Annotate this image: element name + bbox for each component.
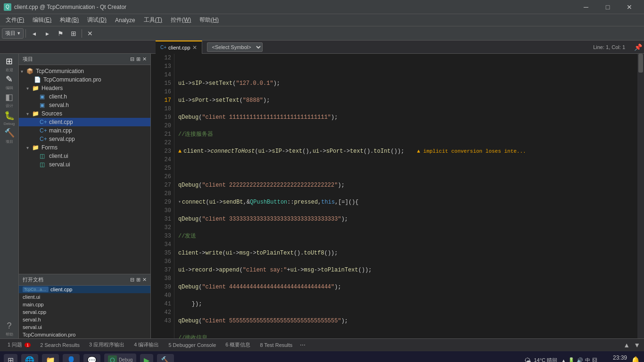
open-doc-serval-h[interactable]: serval.h	[19, 316, 150, 323]
tab-bar: C+ client.cpp ✕ <Select Symbol> Line: 1,…	[0, 41, 644, 54]
open-doc-serval-cpp[interactable]: serval.cpp	[19, 308, 150, 316]
line-num: 34	[154, 240, 171, 249]
tree-item-sources[interactable]: ▾ 📁 Sources	[19, 109, 150, 118]
tree-item-client-ui[interactable]: ◫ client.ui	[19, 152, 150, 160]
close-panel-icon[interactable]: ✕	[142, 56, 147, 62]
menu-analyze[interactable]: Analyze	[111, 16, 139, 25]
right-margin[interactable]	[637, 54, 644, 338]
menu-file[interactable]: 文件(F)	[2, 15, 28, 25]
project-panel-title: 项目	[23, 56, 33, 63]
tree-item-pro[interactable]: 📄 TcpCommunication.pro	[19, 75, 150, 84]
nav-back-button[interactable]: ◂	[28, 28, 40, 39]
tree-label-client-ui: client.ui	[49, 153, 68, 159]
minimize-button[interactable]: ─	[575, 0, 597, 14]
symbol-selector[interactable]: <Select Symbol>	[207, 42, 263, 52]
tab-debugger-console[interactable]: 5 Debugger Console	[165, 341, 220, 349]
docs-filter-icon[interactable]: ⊟	[130, 277, 134, 283]
tab-overview[interactable]: 6 概要信息	[222, 340, 254, 349]
pin-button[interactable]: 📌	[632, 41, 644, 53]
clock[interactable]: 23:39 2021/11/12	[601, 354, 627, 362]
tab-client-cpp[interactable]: C+ client.cpp ✕	[156, 41, 202, 54]
weather-icon: 🌤	[524, 357, 531, 362]
maximize-button[interactable]: □	[597, 0, 619, 14]
bookmark-button[interactable]: ⚑	[54, 28, 66, 39]
tree-label-client-cpp: client.cpp	[49, 119, 73, 125]
tab-app-output[interactable]: 3 应用程序输出	[85, 340, 128, 349]
notification-icon[interactable]: 🔔	[631, 356, 640, 362]
taskbar-qtcreator[interactable]: Q Debug	[104, 354, 136, 362]
tab-close-button[interactable]: ✕	[192, 44, 197, 51]
bottom-panel: 1 问题 1 2 Search Results 3 应用程序输出 4 编译输出 …	[0, 338, 644, 351]
taskbar-chrome[interactable]: 🌐	[21, 354, 38, 362]
code-line-20: ▾ connect(ui->sendBt,&QPushButton::press…	[178, 198, 634, 206]
line-num: 20	[154, 122, 171, 130]
menu-edit[interactable]: 编辑(E)	[29, 15, 55, 25]
open-doc-tcpcom-pro[interactable]: TcpCommunication.pro	[19, 331, 150, 338]
filter-icon[interactable]: ⊟	[130, 56, 134, 62]
close-editor-button[interactable]: ✕	[84, 28, 96, 39]
editor-area[interactable]: 12 13 14 15 16 17 18 19 20 21 22 23 24 2…	[151, 54, 644, 338]
tree-item-client-cpp[interactable]: C+ client.cpp	[19, 118, 150, 126]
scrollbar-thumb[interactable]	[638, 54, 643, 73]
taskbar-explorer[interactable]: 📁	[42, 354, 59, 362]
main-area: ⊞ 欢迎 ✎ 编辑 ◧ 设计 🐛 Debug 🔨 项目 ? 帮助 项目	[0, 54, 644, 338]
sidebar-item-edit[interactable]: ✎ 编辑	[1, 74, 18, 90]
line-num: 25	[154, 164, 171, 173]
split-button[interactable]: ⊞	[67, 28, 80, 39]
title-bar: Q client.cpp @ TcpCommunication - Qt Cre…	[0, 0, 644, 14]
taskbar-app3[interactable]: 👤	[63, 354, 80, 362]
tree-item-client-h[interactable]: ▣ client.h	[19, 92, 150, 101]
tab-search-results[interactable]: 2 Search Results	[36, 341, 83, 349]
nav-forward-button[interactable]: ▸	[41, 28, 53, 39]
menu-build[interactable]: 构建(B)	[56, 15, 83, 25]
design-icon: ◧	[5, 92, 13, 102]
menu-bar: 文件(F) 编辑(E) 构建(B) 调试(D) Analyze 工具(T) 控件…	[0, 14, 644, 26]
tree-item-serval-h[interactable]: ▣ serval.h	[19, 101, 150, 109]
tree-item-serval-cpp[interactable]: C+ serval.cpp	[19, 135, 150, 143]
tree-item-root[interactable]: ▾ 📦 TcpCommunication	[19, 67, 150, 75]
panel-up-button[interactable]: ▲	[623, 341, 630, 349]
taskbar-run-button[interactable]: ▶	[140, 354, 153, 362]
problems-badge: 1	[25, 343, 31, 347]
open-doc-client-cpp[interactable]: TcpCo...ation client.cpp	[19, 286, 150, 293]
title-bar-left: Q client.cpp @ TcpCommunication - Qt Cre…	[4, 3, 126, 11]
open-doc-main-cpp[interactable]: main.cpp	[19, 301, 150, 308]
tree-item-serval-ui[interactable]: ◫ serval.ui	[19, 160, 150, 169]
menu-widget[interactable]: 控件(W)	[167, 15, 195, 25]
docs-close-icon[interactable]: ✕	[142, 277, 147, 283]
tree-item-main-cpp[interactable]: C+ main.cpp	[19, 126, 150, 135]
menu-debug[interactable]: 调试(D)	[83, 15, 110, 25]
collapse-icon[interactable]: ⊞	[136, 56, 140, 62]
tree-item-headers[interactable]: ▾ 📁 Headers	[19, 84, 150, 92]
tab-test-results[interactable]: 8 Test Results	[256, 341, 296, 349]
open-doc-client-ui[interactable]: client.ui	[19, 293, 150, 301]
menu-help[interactable]: 帮助(H)	[196, 15, 223, 25]
code-container: 12 13 14 15 16 17 18 19 20 21 22 23 24 2…	[151, 54, 644, 338]
more-tabs-button[interactable]: ⋯	[300, 342, 305, 348]
sidebar-item-welcome[interactable]: ⊞ 欢迎	[1, 56, 18, 73]
tab-problems[interactable]: 1 问题 1	[4, 340, 34, 349]
docs-expand-icon[interactable]: ⊞	[136, 277, 140, 283]
sidebar-item-debug[interactable]: 🐛 Debug	[1, 109, 18, 126]
code-editor[interactable]: ui->sIP->setText("127.0.0.1"); ui->sPort…	[174, 54, 637, 338]
panel-down-button[interactable]: ▼	[634, 341, 640, 349]
sidebar-item-project[interactable]: 🔨 项目	[1, 127, 18, 144]
code-line-16: //连接服务器	[178, 130, 634, 139]
line-num: 24	[154, 156, 171, 164]
taskbar-app4[interactable]: 💬	[83, 354, 100, 362]
line-num: 42	[154, 308, 171, 317]
sidebar-item-design[interactable]: ◧ 设计	[1, 91, 18, 108]
sidebar-item-help[interactable]: ? 帮助	[1, 321, 18, 337]
tab-compile-output[interactable]: 4 编译输出	[130, 340, 163, 349]
line-num: 38	[154, 274, 171, 283]
menu-tools[interactable]: 工具(T)	[140, 15, 166, 25]
close-button[interactable]: ✕	[619, 0, 640, 14]
tree-item-forms[interactable]: ▾ 📁 Forms	[19, 143, 150, 152]
chrome-icon: 🌐	[25, 356, 34, 362]
line-num: 32	[154, 223, 171, 232]
project-selector[interactable]: 项目 ▾	[2, 28, 24, 39]
taskbar-build-button[interactable]: 🔨	[157, 354, 174, 362]
line-num: 37	[154, 266, 171, 274]
taskbar-start[interactable]: ⊞	[4, 354, 17, 362]
open-doc-serval-ui[interactable]: serval.ui	[19, 323, 150, 331]
